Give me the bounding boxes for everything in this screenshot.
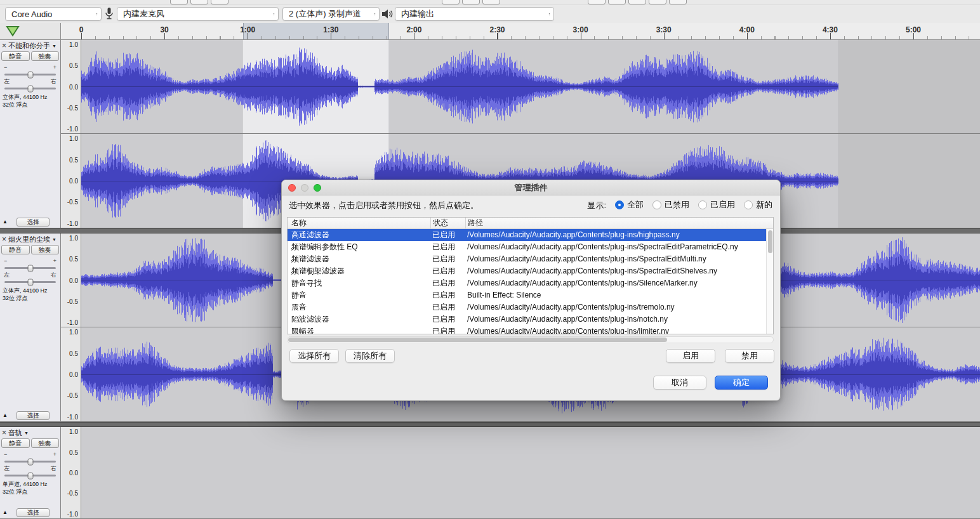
collapse-track-button[interactable]: ▲ — [3, 219, 8, 225]
collapse-track-button[interactable]: ▲ — [3, 412, 8, 418]
track-close-button[interactable]: × — [2, 236, 6, 243]
gain-minus-label: − — [4, 64, 7, 70]
track-info: 单声道, 44100 Hz 32位 浮点 — [0, 480, 60, 496]
horizontal-scrollbar-thumb[interactable] — [288, 338, 667, 342]
pan-slider[interactable]: 左 右 — [0, 272, 60, 283]
vertical-ruler[interactable]: 1.00.50.0-0.5-1.0 — [61, 327, 81, 421]
mute-button[interactable]: 静音 — [1, 51, 30, 61]
select-track-button[interactable]: 选择 — [17, 508, 50, 517]
gain-plus-label: + — [53, 64, 56, 70]
select-track-button[interactable]: 选择 — [17, 411, 50, 420]
gain-slider-thumb[interactable] — [27, 458, 33, 465]
track-title[interactable]: 音轨 — [8, 428, 22, 438]
playback-device-value: 内建输出 — [401, 8, 434, 20]
track-close-button[interactable]: × — [2, 430, 6, 437]
toolbar-button-stub[interactable] — [482, 0, 500, 4]
gain-slider-thumb[interactable] — [27, 71, 33, 78]
recording-device-select[interactable]: 内建麦克风 — [117, 7, 279, 21]
ok-button[interactable]: 确定 — [715, 376, 768, 390]
filter-radio-0[interactable]: 全部 — [615, 199, 644, 211]
track-title[interactable]: 不能和你分手 — [8, 41, 50, 51]
horizontal-scrollbar[interactable] — [287, 336, 774, 343]
timeline-ruler[interactable]: 0301:001:302:002:303:003:304:004:305:00 — [61, 23, 980, 40]
column-header-state[interactable]: 状态 — [430, 218, 465, 228]
plugin-row[interactable]: 频谱编辑参数性 EQ 已启用 /Volumes/Audacity/Audacit… — [288, 241, 766, 253]
track-channel: 1.00.50.0-0.5-1.0 — [61, 427, 980, 519]
pan-slider[interactable]: 左 右 — [0, 465, 60, 476]
vertical-scrollbar-thumb[interactable] — [768, 230, 772, 253]
amplitude-scale-label: 0.5 — [69, 449, 78, 456]
toolbar-button-stub[interactable] — [669, 0, 687, 4]
vertical-scrollbar[interactable] — [766, 229, 773, 334]
toolbar-button-stub[interactable] — [442, 0, 460, 4]
zoom-window-button[interactable] — [314, 184, 321, 192]
track-menu-caret-icon[interactable]: ▼ — [52, 237, 56, 242]
solo-button[interactable]: 独奏 — [31, 438, 60, 448]
disable-button[interactable]: 禁用 — [725, 349, 774, 363]
plugin-name: 频谱编辑参数性 EQ — [288, 241, 430, 253]
toolbar-button-stub[interactable] — [190, 0, 208, 4]
plugin-row[interactable]: 陷波滤波器 已启用 /Volumes/Audacity/Audacity.app… — [288, 313, 766, 325]
vertical-ruler[interactable]: 1.00.50.0-0.5-1.0 — [61, 427, 81, 518]
select-track-button[interactable]: 选择 — [17, 218, 50, 227]
playback-device-select[interactable]: 内建输出 — [395, 7, 554, 21]
dialog-titlebar[interactable]: 管理插件 — [282, 180, 780, 195]
gain-slider[interactable]: − + — [0, 451, 60, 463]
audio-host-value: Core Audio — [11, 10, 52, 19]
close-window-button[interactable] — [288, 184, 296, 192]
minimize-window-button[interactable] — [301, 184, 308, 192]
gain-slider[interactable]: − + — [0, 64, 60, 76]
gain-slider-thumb[interactable] — [27, 265, 33, 272]
track-menu-caret-icon[interactable]: ▼ — [24, 431, 29, 435]
pan-slider-thumb[interactable] — [27, 279, 33, 286]
plugin-state: 已启用 — [430, 301, 465, 313]
toolbar-button-stub[interactable] — [462, 0, 480, 4]
waveform[interactable] — [81, 40, 980, 133]
track-separator[interactable] — [0, 422, 980, 427]
plugin-row[interactable]: 高通滤波器 已启用 /Volumes/Audacity/Audacity.app… — [288, 229, 766, 241]
pan-slider-thumb[interactable] — [27, 85, 33, 92]
column-header-name[interactable]: 名称 — [288, 218, 430, 228]
cancel-button[interactable]: 取消 — [653, 376, 706, 390]
mute-button[interactable]: 静音 — [1, 245, 30, 254]
toolbar-button-stub[interactable] — [211, 0, 228, 4]
mute-button[interactable]: 静音 — [1, 438, 30, 448]
column-header-path[interactable]: 路径 — [465, 218, 773, 228]
pinned-playhead-icon[interactable] — [6, 25, 20, 37]
toolbar-button-stub[interactable] — [649, 0, 666, 4]
plugin-row[interactable]: 静音寻找 已启用 /Volumes/Audacity/Audacity.app/… — [288, 277, 766, 289]
select-all-button[interactable]: 选择所有 — [289, 349, 339, 363]
plugin-row[interactable]: 震音 已启用 /Volumes/Audacity/Audacity.app/Co… — [288, 301, 766, 313]
track-menu-caret-icon[interactable]: ▼ — [52, 44, 56, 48]
timeline-label: 0 — [79, 25, 84, 34]
pan-slider-thumb[interactable] — [27, 472, 33, 479]
recording-channels-select[interactable]: 2 (立体声) 录制声道 — [282, 7, 380, 21]
plugin-row[interactable]: 静音 已启用 Built-in Effect: Silence — [288, 289, 766, 301]
track-close-button[interactable]: × — [2, 43, 6, 49]
solo-button[interactable]: 独奏 — [31, 245, 60, 254]
pan-slider[interactable]: 左 右 — [0, 78, 60, 89]
filter-radio-2[interactable]: 已启用 — [698, 199, 735, 211]
audio-host-select[interactable]: Core Audio — [5, 7, 102, 21]
collapse-track-button[interactable]: ▲ — [3, 509, 8, 515]
toolbar-button-stub[interactable] — [170, 0, 188, 4]
vertical-ruler[interactable]: 1.00.50.0-0.5-1.0 — [61, 134, 81, 228]
clear-all-button[interactable]: 清除所有 — [345, 349, 395, 363]
waveform-empty[interactable] — [81, 427, 980, 518]
filter-radio-label: 新的 — [756, 199, 772, 211]
solo-button[interactable]: 独奏 — [31, 51, 60, 61]
filter-radio-1[interactable]: 已禁用 — [652, 199, 689, 211]
plugin-row[interactable]: 频谱滤波器 已启用 /Volumes/Audacity/Audacity.app… — [288, 253, 766, 265]
filter-radio-3[interactable]: 新的 — [744, 199, 772, 211]
toolbar-button-stub[interactable] — [628, 0, 646, 4]
gain-slider[interactable]: − + — [0, 258, 60, 269]
plugin-row[interactable]: 频谱橱架滤波器 已启用 /Volumes/Audacity/Audacity.a… — [288, 265, 766, 277]
device-toolbar: Core Audio 内建麦克风 2 (立体声) 录制声道 — [0, 5, 980, 23]
toolbar-button-stub[interactable] — [608, 0, 626, 4]
vertical-ruler[interactable]: 1.00.50.0-0.5-1.0 — [61, 233, 81, 327]
track-title[interactable]: 烟火里的尘埃 — [8, 235, 50, 244]
vertical-ruler[interactable]: 1.00.50.0-0.5-1.0 — [61, 40, 81, 133]
enable-button[interactable]: 启用 — [666, 349, 715, 363]
plugin-row[interactable]: 限幅器 已启用 /Volumes/Audacity/Audacity.app/C… — [288, 325, 766, 334]
toolbar-button-stub[interactable] — [588, 0, 606, 4]
